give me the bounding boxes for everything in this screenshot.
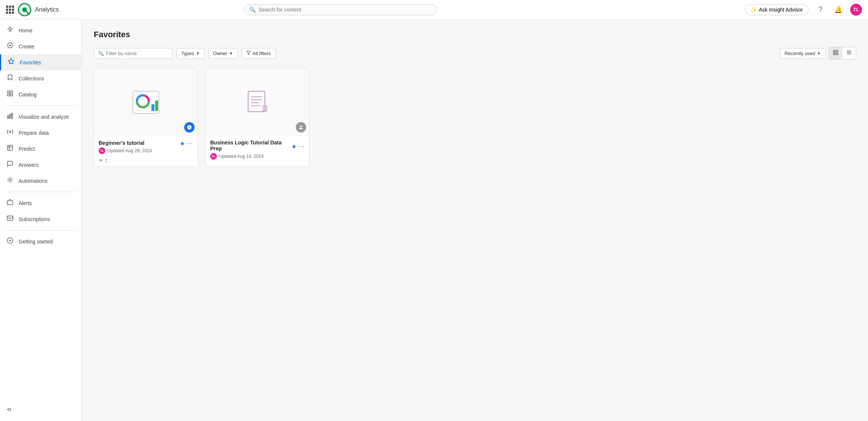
svg-rect-16 <box>7 201 13 205</box>
favorites-icon <box>7 58 15 67</box>
sidebar-label-collections: Collections <box>19 76 44 82</box>
search-input[interactable] <box>259 7 432 13</box>
svg-text:≡: ≡ <box>264 106 266 111</box>
types-label: Types <box>181 51 194 56</box>
types-filter-button[interactable]: Types ▼ <box>176 48 205 59</box>
views-icon-1: 👁 <box>99 158 103 163</box>
home-icon <box>6 26 14 35</box>
main-content: Favorites 🔍 Types ▼ Owner ▼ All filters <box>82 19 868 421</box>
card-actions-2: ★ ··· <box>291 143 305 150</box>
card-meta-1: TL Updated Aug 28, 2024 <box>99 147 193 154</box>
sidebar-item-visualize[interactable]: Visualize and analyze <box>0 109 81 125</box>
filter-right: Recently used ▼ <box>780 47 856 60</box>
svg-rect-35 <box>248 91 265 112</box>
app-title: Analytics <box>35 6 59 13</box>
grid-view-button[interactable] <box>829 47 842 59</box>
alerts-icon <box>6 199 14 207</box>
svg-rect-7 <box>7 91 9 93</box>
qlik-logo-svg <box>18 3 31 16</box>
user-avatar[interactable]: TL <box>850 4 862 16</box>
svg-point-14 <box>9 131 11 133</box>
svg-point-15 <box>9 179 11 181</box>
getting-started-icon <box>6 237 14 246</box>
filter-icon <box>246 51 251 56</box>
sidebar-label-create: Create <box>19 44 34 50</box>
owner-filter-button[interactable]: Owner ▼ <box>208 48 238 59</box>
sparkle-icon: ✨ <box>750 7 757 13</box>
bell-icon: 🔔 <box>834 6 842 14</box>
card-beginners-tutorial[interactable]: Beginner's tutorial ★ ··· TL Updated Aug… <box>94 68 198 167</box>
sidebar-divider-1 <box>4 105 77 106</box>
svg-rect-12 <box>10 114 11 118</box>
sidebar-item-automations[interactable]: Automations <box>0 173 81 189</box>
sort-chevron-icon: ▼ <box>817 51 821 55</box>
help-icon: ? <box>819 6 822 13</box>
sidebar-label-answers: Answers <box>19 162 39 168</box>
cards-grid: Beginner's tutorial ★ ··· TL Updated Aug… <box>94 68 856 167</box>
create-icon <box>6 42 14 51</box>
sidebar-item-getting-started[interactable]: Getting started <box>0 233 81 249</box>
sidebar-collapse-button[interactable] <box>0 400 81 418</box>
svg-rect-17 <box>7 216 13 220</box>
card-badge-1 <box>184 122 195 133</box>
list-view-button[interactable] <box>842 47 856 59</box>
subscriptions-icon <box>6 215 14 223</box>
card-menu-1[interactable]: ··· <box>186 140 193 147</box>
card-star-2[interactable]: ★ <box>291 143 297 150</box>
sidebar-item-predict[interactable]: Predict <box>0 141 81 157</box>
sidebar-item-answers[interactable]: Answers <box>0 157 81 173</box>
card-badge-2 <box>296 122 306 133</box>
sidebar-label-home: Home <box>19 28 32 34</box>
svg-rect-22 <box>833 50 835 52</box>
filter-search-box: 🔍 <box>94 48 173 59</box>
answers-icon <box>6 160 14 169</box>
svg-marker-21 <box>247 51 250 54</box>
filter-name-input[interactable] <box>106 51 169 56</box>
insight-advisor-button[interactable]: ✨ Ask Insight Advisor <box>745 4 808 15</box>
svg-rect-25 <box>836 53 838 55</box>
sidebar-item-favorites[interactable]: Favorites <box>0 54 81 70</box>
card-owner-avatar-2: TL <box>210 153 217 160</box>
sidebar-label-alerts: Alerts <box>19 200 32 206</box>
sidebar-item-catalog[interactable]: Catalog <box>0 86 81 102</box>
svg-rect-13 <box>12 113 13 118</box>
card-info-2: Business Logic Tutorial Data Prep ★ ··· … <box>206 136 309 163</box>
card-info-1: Beginner's tutorial ★ ··· TL Updated Aug… <box>94 136 198 158</box>
notifications-button[interactable]: 🔔 <box>832 4 844 16</box>
card-menu-2[interactable]: ··· <box>298 143 305 150</box>
prepare-icon <box>6 128 14 137</box>
search-bar: 🔍 <box>244 4 437 15</box>
sidebar-item-home[interactable]: Home <box>0 22 81 38</box>
sort-button[interactable]: Recently used ▼ <box>780 48 826 59</box>
sidebar-label-automations: Automations <box>19 178 48 184</box>
sidebar-item-prepare[interactable]: Prepare data <box>0 125 81 141</box>
grid-view-icon <box>833 50 839 57</box>
filter-bar: 🔍 Types ▼ Owner ▼ All filters Recently u… <box>94 47 856 60</box>
sidebar-label-catalog: Catalog <box>19 92 36 98</box>
card-preview-1 <box>94 69 198 136</box>
card-business-logic[interactable]: ≡ Business Logic Tutorial Data Prep ★ ··… <box>205 68 310 167</box>
automations-icon <box>6 176 14 185</box>
predict-icon <box>6 144 14 153</box>
svg-line-2 <box>26 11 29 14</box>
grid-menu-icon[interactable] <box>6 6 14 14</box>
top-nav: Analytics 🔍 ✨ Ask Insight Advisor ? 🔔 TL <box>0 0 868 19</box>
card-views-1: 👁 1 <box>94 158 198 166</box>
catalog-icon <box>6 90 14 99</box>
all-filters-button[interactable]: All filters <box>241 48 276 59</box>
sort-label: Recently used <box>785 51 815 56</box>
card-preview-2: ≡ <box>206 69 309 136</box>
card-title-2: Business Logic Tutorial Data Prep <box>210 140 291 152</box>
sidebar-item-create[interactable]: Create <box>0 38 81 54</box>
card-star-1[interactable]: ★ <box>180 140 185 147</box>
collapse-icon <box>6 406 13 414</box>
help-button[interactable]: ? <box>814 4 826 16</box>
sidebar-item-subscriptions[interactable]: Subscriptions <box>0 211 81 227</box>
sidebar-item-collections[interactable]: Collections <box>0 70 81 86</box>
sidebar-label-visualize: Visualize and analyze <box>19 114 69 120</box>
sidebar-item-alerts[interactable]: Alerts <box>0 195 81 211</box>
sidebar-label-getting-started: Getting started <box>19 239 53 245</box>
filter-search-icon: 🔍 <box>98 51 104 56</box>
insight-advisor-label: Ask Insight Advisor <box>759 7 803 13</box>
nav-right: ✨ Ask Insight Advisor ? 🔔 TL <box>745 4 862 16</box>
